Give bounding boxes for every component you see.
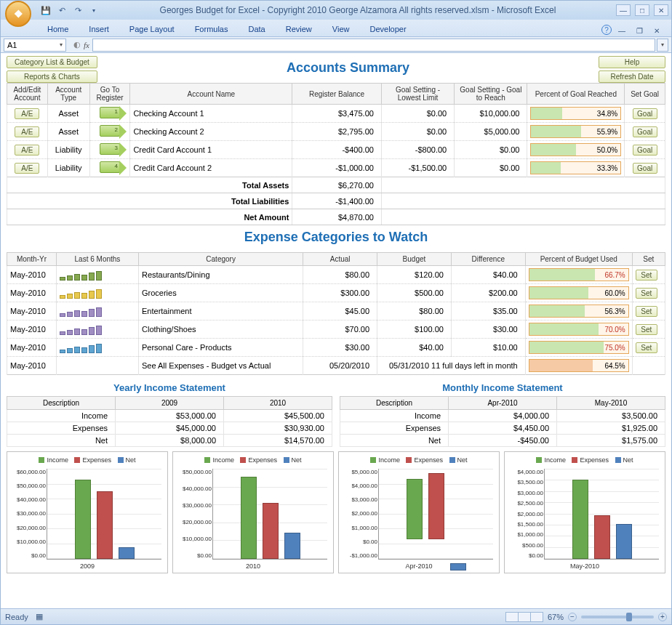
col-set-goal: Set Goal (625, 84, 665, 105)
category-list-button[interactable]: Category List & Budget (7, 56, 97, 68)
expense-row: May-2010 Restaurants/Dining $80.00 $120.… (7, 266, 665, 284)
percent-bar: 60.0% (529, 286, 629, 299)
redo-icon[interactable]: ↷ (72, 4, 84, 16)
monthly-table: Description Apr-2010 May-2010 Income $4,… (340, 396, 665, 447)
percent-bar: 64.5% (529, 359, 629, 372)
name-box[interactable]: A1 ▾ (4, 39, 66, 52)
goto-arrow-icon[interactable]: 2 (100, 125, 120, 137)
help-icon[interactable]: ? (601, 25, 612, 35)
chart-y-axis: $60,000.00$50,000.00$40,000.00$30,000.00… (11, 469, 46, 559)
help-button[interactable]: Help (599, 56, 665, 68)
percent-bar: 70.0% (529, 323, 629, 336)
expense-category: Entertainment (139, 302, 303, 320)
fx-icon[interactable]: fx (84, 41, 89, 49)
zoom-level[interactable]: 67% (548, 613, 564, 621)
doc-minimize-button[interactable]: — (615, 25, 629, 36)
doc-restore-button[interactable]: ❐ (632, 25, 647, 36)
add-edit-button[interactable]: A/E (15, 145, 39, 156)
col-account-type: Account Type (47, 84, 89, 105)
col-actual: Actual (303, 253, 377, 266)
tab-developer[interactable]: Developer (359, 22, 416, 36)
chart-bar (428, 473, 444, 540)
normal-view-icon[interactable] (505, 612, 519, 622)
expense-budget: $40.00 (377, 339, 452, 357)
tab-home[interactable]: Home (37, 22, 79, 36)
statement-value-b: $45,500.00 (224, 410, 332, 422)
view-buttons[interactable] (506, 612, 543, 622)
formula-input[interactable] (92, 39, 655, 52)
total-label: Net Amount (7, 209, 292, 225)
tab-insert[interactable]: Insert (79, 22, 119, 36)
monthly-title: Monthly Income Statement (340, 379, 665, 396)
close-button[interactable]: ✕ (654, 4, 668, 16)
total-row: Total Assets $6,270.00 (7, 177, 665, 193)
tab-formulas[interactable]: Formulas (185, 22, 239, 36)
add-edit-button[interactable]: A/E (15, 108, 39, 119)
col-category: Category (139, 253, 303, 266)
goal-button[interactable]: Goal (633, 108, 657, 119)
page-layout-view-icon[interactable] (518, 612, 531, 622)
expense-actual: $70.00 (303, 320, 377, 339)
col-pct-budget: Percent of Budget Used (525, 253, 632, 266)
reports-charts-button[interactable]: Reports & Charts (7, 70, 97, 83)
add-edit-button[interactable]: A/E (15, 126, 39, 137)
col-add-edit: Add/Edit Account (7, 84, 48, 105)
doc-close-button[interactable]: ✕ (649, 25, 664, 36)
goal-button[interactable]: Goal (633, 145, 657, 156)
office-button[interactable]: ❖ (5, 1, 31, 27)
chart-legend: Income Expenses Net (342, 455, 496, 466)
chart-bar (450, 563, 466, 570)
page-break-view-icon[interactable] (530, 612, 543, 622)
goal-button[interactable]: Goal (633, 163, 657, 174)
expand-formula-bar-icon[interactable]: ▾ (657, 39, 668, 52)
col-budget: Budget (377, 253, 452, 266)
goto-arrow-icon[interactable]: 1 (100, 107, 120, 118)
set-button[interactable]: Set (636, 288, 657, 299)
save-icon[interactable]: 💾 (40, 4, 52, 16)
macro-icon[interactable]: ▦ (36, 612, 43, 621)
set-button[interactable]: Set (636, 342, 657, 353)
maximize-button[interactable]: □ (635, 4, 649, 16)
fx-circle-icon[interactable]: ◐ (73, 40, 81, 49)
account-type: Liability (47, 159, 89, 177)
sparkline (60, 305, 135, 317)
statement-row: Income $4,000.00 $3,500.00 (340, 410, 665, 422)
goto-arrow-icon[interactable]: 3 (100, 143, 120, 155)
goal-button[interactable]: Goal (633, 126, 657, 137)
qat-dropdown-icon[interactable]: ▾ (88, 4, 100, 16)
statement-value-b: $14,570.00 (224, 435, 332, 447)
set-button[interactable]: Set (636, 324, 657, 335)
refresh-date-button[interactable]: Refresh Date (599, 70, 665, 83)
zoom-in-button[interactable]: + (658, 613, 667, 621)
set-button[interactable]: Set (636, 270, 657, 281)
tab-view[interactable]: View (322, 22, 360, 36)
tab-data[interactable]: Data (238, 22, 275, 36)
col-goal-reach: Goal Setting - Goal to Reach (455, 84, 527, 105)
statement-row: Expenses $4,450.00 $1,925.00 (340, 422, 665, 435)
chevron-down-icon[interactable]: ▾ (60, 41, 63, 48)
expense-month: May-2010 (7, 357, 57, 375)
expense-budget: $120.00 (377, 266, 452, 284)
tab-review[interactable]: Review (276, 22, 322, 36)
goto-arrow-icon[interactable]: 4 (100, 161, 120, 173)
total-label: Total Liabilities (7, 193, 292, 209)
percent-bar: 66.7% (529, 268, 629, 281)
col-set: Set (632, 253, 665, 266)
zoom-slider[interactable] (581, 616, 654, 618)
set-button[interactable]: Set (636, 306, 657, 317)
expense-category: Personal Care - Products (139, 339, 303, 357)
bar-chart: Income Expenses Net $4,000.00$3,500.00$3… (504, 451, 665, 573)
chart-legend: Income Expenses Net (10, 455, 164, 466)
account-name: Credit Card Account 2 (130, 159, 292, 177)
yearly-title: Yearly Income Statement (7, 379, 332, 396)
tab-page-layout[interactable]: Page Layout (119, 22, 185, 36)
expense-budget: $80.00 (377, 302, 452, 320)
zoom-out-button[interactable]: − (568, 613, 577, 621)
undo-icon[interactable]: ↶ (56, 4, 68, 16)
account-row: A/E Liability 3 Credit Card Account 1 -$… (7, 141, 665, 159)
statement-value-a: $4,450.00 (449, 422, 557, 435)
account-row: A/E Asset 2 Checking Account 2 $2,795.00… (7, 123, 665, 141)
add-edit-button[interactable]: A/E (15, 163, 39, 174)
minimize-button[interactable]: — (616, 4, 631, 16)
sparkline (60, 323, 135, 335)
